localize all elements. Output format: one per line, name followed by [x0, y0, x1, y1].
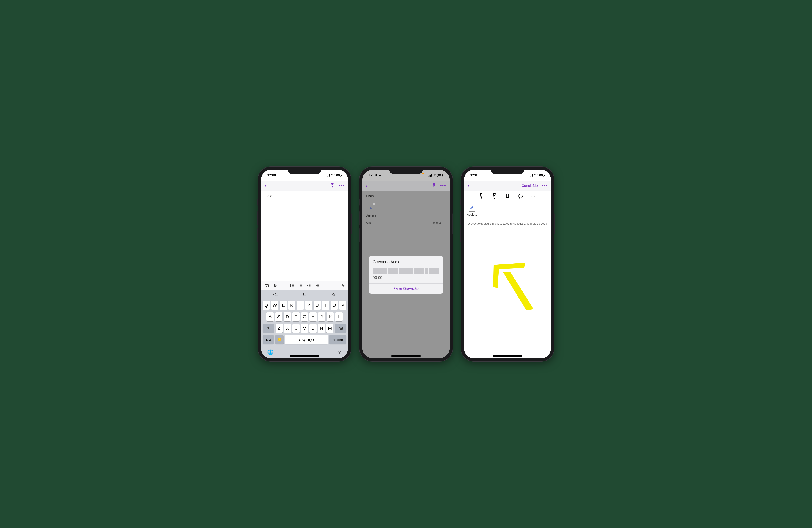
key-s[interactable]: S [275, 312, 282, 321]
emoji-key[interactable]: 😊 [275, 335, 284, 344]
home-indicator[interactable] [290, 356, 319, 357]
outdent-icon[interactable] [306, 282, 312, 289]
key-a[interactable]: A [266, 312, 274, 321]
battery-icon: 85 [539, 174, 545, 177]
indent-icon[interactable] [314, 282, 321, 289]
camera-icon[interactable] [263, 282, 270, 289]
suggestion[interactable]: O [319, 290, 348, 300]
key-v[interactable]: V [301, 323, 308, 333]
audio-label: Áudio 1 [467, 213, 477, 216]
nav-bar: ‹ ••• [261, 181, 348, 191]
audio-level-meter [373, 268, 439, 273]
numbered-list-icon[interactable]: 123 [297, 282, 304, 289]
audio-attachment[interactable]: Áudio 1 [467, 203, 477, 216]
bullet-list-icon[interactable] [289, 282, 295, 289]
recording-note: Gravação de áudio iniciada: 12:01 terça-… [464, 218, 551, 229]
pen-icon[interactable] [330, 183, 335, 188]
status-time: 12:01 [470, 174, 479, 177]
done-button[interactable]: Concluído [521, 184, 538, 188]
highlighter-stroke [487, 261, 542, 316]
svg-point-40 [519, 194, 523, 198]
key-m[interactable]: M [326, 323, 333, 333]
page-title[interactable]: Lista [261, 191, 348, 201]
more-button[interactable]: ••• [541, 183, 548, 188]
keyboard-toolbar: 123 [261, 281, 348, 290]
keyboard: QWERTYUIOP ASDFGHJKL ZXCVBNM 123 😊 espaç… [261, 300, 348, 348]
eraser-icon[interactable] [504, 192, 511, 200]
home-indicator[interactable] [391, 356, 421, 357]
status-time: 12:01 [369, 174, 377, 177]
key-i[interactable]: I [322, 301, 329, 310]
cellular-icon [530, 174, 533, 177]
globe-icon[interactable]: 🌐 [267, 349, 274, 355]
key-c[interactable]: C [292, 323, 300, 333]
location-icon: ➤ [378, 174, 381, 177]
backspace-key[interactable] [335, 323, 346, 333]
recording-timer: 00:00 [373, 276, 439, 280]
key-r[interactable]: R [288, 301, 295, 310]
key-k[interactable]: K [327, 312, 334, 321]
key-f[interactable]: F [292, 312, 300, 321]
status-time: 12:00 [267, 174, 276, 177]
space-key[interactable]: espaço [285, 335, 328, 344]
highlighter-icon[interactable] [491, 192, 498, 200]
dictation-icon[interactable] [337, 349, 342, 356]
key-o[interactable]: O [331, 301, 338, 310]
phone-frame-2: 12:01➤ 85 ‹ ••• Lista Áudio 1 G [360, 167, 452, 361]
undo-icon[interactable] [530, 192, 537, 200]
key-w[interactable]: W [271, 301, 278, 310]
battery-icon: 85 [437, 174, 443, 177]
recording-modal: Gravando Áudio 00:00 Parar Gravação [368, 256, 444, 294]
phone-frame-3: 12:01 85 ‹ Concluído ••• [461, 167, 554, 361]
shift-key[interactable] [263, 323, 274, 333]
svg-rect-23 [342, 284, 345, 286]
svg-point-7 [290, 286, 291, 287]
svg-point-6 [290, 285, 291, 286]
more-button[interactable]: ••• [440, 183, 446, 188]
wifi-icon [432, 174, 436, 177]
key-p[interactable]: P [339, 301, 346, 310]
key-l[interactable]: L [335, 312, 343, 321]
key-h[interactable]: H [309, 312, 317, 321]
key-x[interactable]: X [284, 323, 291, 333]
return-key[interactable]: retorno [329, 335, 346, 344]
pen-icon[interactable] [432, 183, 436, 188]
lasso-icon[interactable] [517, 192, 524, 200]
phone-frame-1: 12:00 85 ‹ ••• Lista 123 [258, 167, 351, 361]
wifi-icon [331, 174, 335, 177]
microphone-icon[interactable] [272, 282, 278, 289]
key-t[interactable]: T [297, 301, 304, 310]
suggestion[interactable]: Não [261, 290, 290, 300]
key-j[interactable]: J [318, 312, 325, 321]
key-q[interactable]: Q [263, 301, 270, 310]
svg-rect-3 [274, 284, 276, 286]
key-g[interactable]: G [301, 312, 308, 321]
audio-file-icon [469, 203, 475, 212]
modal-title: Gravando Áudio [373, 260, 439, 264]
key-d[interactable]: D [284, 312, 291, 321]
nav-bar: ‹ Concluído ••• [464, 181, 551, 191]
key-e[interactable]: E [279, 301, 287, 310]
back-button[interactable]: ‹ [467, 182, 469, 189]
battery-icon: 85 [336, 174, 342, 177]
svg-point-2 [266, 285, 267, 286]
wifi-icon [534, 174, 538, 177]
keyboard-suggestions: Não Eu O [261, 290, 348, 300]
checkbox-icon[interactable] [280, 282, 287, 289]
more-button[interactable]: ••• [338, 183, 345, 188]
numbers-key[interactable]: 123 [263, 335, 274, 344]
back-button[interactable]: ‹ [366, 182, 368, 189]
back-button[interactable]: ‹ [264, 182, 266, 189]
dismiss-keyboard-icon[interactable] [339, 282, 346, 289]
key-b[interactable]: B [309, 323, 317, 333]
pen-thin-icon[interactable] [478, 192, 485, 200]
key-n[interactable]: N [318, 323, 325, 333]
key-y[interactable]: Y [305, 301, 312, 310]
key-z[interactable]: Z [276, 323, 283, 333]
ink-toolbar [464, 191, 551, 201]
home-indicator[interactable] [493, 356, 522, 357]
stop-recording-button[interactable]: Parar Gravação [368, 284, 444, 294]
key-u[interactable]: U [314, 301, 321, 310]
suggestion[interactable]: Eu [290, 290, 319, 300]
svg-point-41 [519, 197, 520, 198]
